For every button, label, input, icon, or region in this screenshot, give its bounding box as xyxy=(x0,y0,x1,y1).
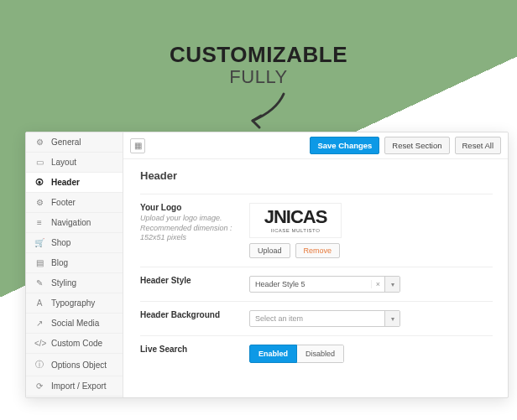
chevron-down-icon[interactable]: ▾ xyxy=(384,277,400,292)
select-value: Header Style 5 xyxy=(250,280,371,288)
sidebar-item-label: General xyxy=(51,137,81,147)
sidebar-item-options-object[interactable]: ⓘ Options Object xyxy=(26,354,123,376)
sidebar-item-custom-code[interactable]: </> Custom Code xyxy=(26,334,123,354)
live-search-toggle: Enabled Disabled xyxy=(249,345,344,363)
logo-preview-small: IICASE MULTISTO xyxy=(271,228,321,233)
sidebar-item-label: Import / Export xyxy=(51,381,107,391)
clear-icon[interactable]: × xyxy=(371,280,384,288)
row-your-logo: Your Logo Upload your logo image. Recomm… xyxy=(140,194,493,267)
topbar: ▦ Save Changes Reset Section Reset All xyxy=(123,132,508,159)
expand-icon: ▦ xyxy=(134,141,142,150)
toggle-enabled[interactable]: Enabled xyxy=(249,345,297,363)
sidebar-item-shop[interactable]: 🛒 Shop xyxy=(26,233,123,253)
layout-icon: ▭ xyxy=(34,158,44,167)
sidebar-item-label: Blog xyxy=(51,258,68,267)
sidebar-item-navigation[interactable]: ≡ Navigation xyxy=(26,213,123,233)
sidebar-item-styling[interactable]: ✎ Styling xyxy=(26,273,123,293)
footer-icon: ⚙ xyxy=(34,198,44,207)
logo-preview-big: JNICAS xyxy=(264,208,327,226)
header-style-select[interactable]: Header Style 5 × ▾ xyxy=(249,276,400,293)
sidebar-item-typography[interactable]: A Typography xyxy=(26,293,123,314)
sidebar-item-footer[interactable]: ⚙ Footer xyxy=(26,193,123,213)
code-icon: </> xyxy=(34,339,44,348)
upload-button[interactable]: Upload xyxy=(249,243,290,258)
field-label-header-style: Header Style xyxy=(140,276,249,285)
select-placeholder: Select an item xyxy=(250,314,384,323)
row-live-search: Live Search Enabled Disabled xyxy=(140,335,493,371)
row-header-style: Header Style Header Style 5 × ▾ xyxy=(140,267,493,301)
field-label-live-search: Live Search xyxy=(140,345,249,354)
field-label-logo: Your Logo xyxy=(140,203,249,212)
sidebar-item-social-media[interactable]: ↗ Social Media xyxy=(26,314,123,334)
logo-preview: JNICAS IICASE MULTISTO xyxy=(249,203,342,238)
row-header-background: Header Background Select an item ▾ xyxy=(140,301,493,335)
remove-button[interactable]: Remove xyxy=(295,243,341,258)
info-icon: ⓘ xyxy=(34,359,44,371)
sidebar-item-label: Navigation xyxy=(51,218,91,227)
header-icon: ⦿ xyxy=(34,178,44,187)
menu-icon: ≡ xyxy=(34,218,44,227)
sidebar-item-blog[interactable]: ▤ Blog xyxy=(26,253,123,273)
content: Header Your Logo Upload your logo image.… xyxy=(123,159,508,397)
banner-line2: FULLY xyxy=(0,66,517,88)
share-icon: ↗ xyxy=(34,319,44,328)
save-changes-button[interactable]: Save Changes xyxy=(310,137,379,154)
toggle-disabled[interactable]: Disabled xyxy=(297,345,344,363)
sidebar-item-header[interactable]: ⦿ Header xyxy=(26,173,123,193)
sidebar-item-label: Layout xyxy=(51,158,76,167)
section-title: Header xyxy=(140,168,493,182)
font-icon: A xyxy=(34,298,44,308)
sidebar-item-general[interactable]: ⚙ General xyxy=(26,132,123,153)
field-hint-logo: Upload your logo image. Recommended dime… xyxy=(140,214,249,243)
sidebar-item-label: Social Media xyxy=(51,319,99,328)
sidebar-item-label: Custom Code xyxy=(51,339,102,348)
main-area: ▦ Save Changes Reset Section Reset All H… xyxy=(123,132,508,397)
header-background-select[interactable]: Select an item ▾ xyxy=(249,310,400,327)
arrow-illustration xyxy=(246,92,296,134)
sidebar-item-label: Shop xyxy=(51,238,70,247)
cart-icon: 🛒 xyxy=(34,238,44,247)
blog-icon: ▤ xyxy=(34,258,44,267)
field-label-header-background: Header Background xyxy=(140,310,249,319)
expand-button[interactable]: ▦ xyxy=(130,138,145,153)
sidebar-item-import-export[interactable]: ⟳ Import / Export xyxy=(26,376,123,397)
sidebar-item-layout[interactable]: ▭ Layout xyxy=(26,153,123,173)
options-panel: ⚙ General ▭ Layout ⦿ Header ⚙ Footer ≡ N… xyxy=(25,132,509,398)
gear-icon: ⚙ xyxy=(34,137,44,147)
chevron-down-icon[interactable]: ▾ xyxy=(384,311,400,326)
sidebar-item-label: Header xyxy=(51,178,80,187)
refresh-icon: ⟳ xyxy=(34,381,44,391)
sidebar-item-label: Typography xyxy=(51,298,95,308)
pencil-icon: ✎ xyxy=(34,278,44,288)
reset-all-button[interactable]: Reset All xyxy=(455,137,502,154)
banner-title: CUSTOMIZABLE FULLY xyxy=(0,42,517,88)
sidebar: ⚙ General ▭ Layout ⦿ Header ⚙ Footer ≡ N… xyxy=(26,132,123,397)
reset-section-button[interactable]: Reset Section xyxy=(384,137,449,154)
sidebar-item-label: Footer xyxy=(51,198,76,207)
sidebar-item-label: Options Object xyxy=(51,360,107,370)
banner-line1: CUSTOMIZABLE xyxy=(0,42,517,68)
sidebar-item-label: Styling xyxy=(51,278,76,288)
